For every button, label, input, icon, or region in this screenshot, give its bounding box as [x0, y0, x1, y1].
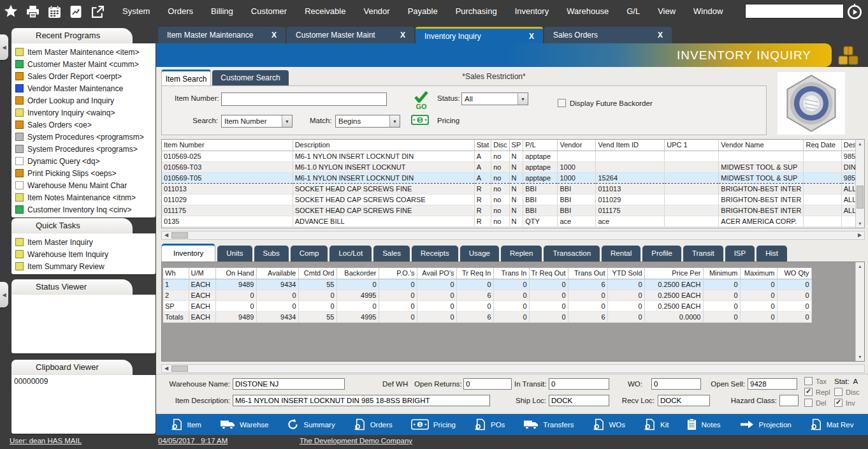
grid-cell[interactable]: N — [509, 151, 523, 161]
grid-row[interactable]: 010569-025M6-1 NYLON INSERT LOCKNUT DINA… — [162, 151, 864, 161]
column-header[interactable]: Disc — [491, 140, 509, 151]
grid-cell[interactable]: 0 — [607, 279, 644, 290]
scroll-up-icon[interactable]: ▲ — [856, 262, 864, 270]
grid-cell[interactable]: Totals — [163, 311, 189, 322]
grid-cell[interactable]: R — [474, 205, 491, 216]
grid-cell[interactable] — [804, 205, 841, 216]
close-icon[interactable]: X — [400, 31, 405, 40]
sidebar-item[interactable]: Item Master Inquiry — [13, 236, 156, 248]
scroll-down-icon[interactable]: ▼ — [856, 353, 864, 361]
grid-cell[interactable]: SOCKET HEAD CAP SCREWS COARSE — [293, 194, 474, 205]
grid-cell[interactable]: BRIGHTON-BEST INTER — [719, 205, 804, 216]
column-header[interactable]: Available — [256, 268, 298, 279]
grid-cell[interactable]: apptape — [523, 161, 558, 172]
grid-cell[interactable]: 0 — [379, 290, 417, 300]
grid-cell[interactable] — [596, 161, 665, 172]
sidebar-collapse-button-2[interactable]: ◀ — [0, 282, 8, 307]
grid-cell[interactable]: 15264 — [596, 172, 665, 183]
grid-cell[interactable] — [665, 161, 719, 172]
grid-cell[interactable]: BBI — [558, 194, 596, 205]
grid-cell[interactable]: N — [509, 205, 523, 216]
del-checkbox[interactable] — [804, 399, 813, 407]
column-header[interactable]: WO Qty — [777, 268, 811, 279]
sidebar-item[interactable]: Order Lookup and Inquiry — [13, 94, 156, 107]
in-transit-input[interactable] — [549, 378, 609, 390]
grid-cell[interactable]: R — [474, 194, 491, 205]
grid-cell[interactable]: 1 — [163, 279, 189, 290]
grid-cell[interactable]: 0 — [298, 300, 336, 311]
sidebar-item[interactable]: Item Master Maintenance <item> — [13, 46, 156, 58]
grid-cell[interactable] — [804, 216, 841, 226]
grid-cell[interactable]: 0 — [777, 300, 811, 311]
grid-cell[interactable]: 6 — [456, 311, 493, 322]
grid-cell[interactable]: 0135 — [162, 216, 293, 226]
grid-cell[interactable]: apptape — [523, 151, 558, 161]
scrollbar-thumb[interactable] — [857, 186, 864, 209]
display-future-backorder-checkbox[interactable] — [558, 99, 566, 107]
grid-cell[interactable]: 0 — [417, 311, 456, 322]
sidebar-item[interactable]: Sales Order Report <oerpt> — [13, 70, 156, 82]
grid-cell[interactable]: M6-1.0 NYLON INSERT LOCKNUT — [293, 161, 474, 172]
grid-cell[interactable] — [558, 151, 596, 161]
item-description-input[interactable] — [233, 395, 490, 406]
grid-cell[interactable]: 0.2500 EACH — [644, 279, 703, 290]
grid-cell[interactable]: 0 — [607, 311, 644, 322]
kit-button[interactable]: Kit — [644, 418, 669, 431]
sidebar-item[interactable]: Customer Master Maint <cumm> — [13, 58, 156, 70]
scroll-down-icon[interactable]: ▼ — [856, 219, 864, 228]
menu-customer[interactable]: Customer — [242, 0, 296, 23]
grid-cell[interactable]: 0.0000 — [644, 311, 703, 322]
grid-cell[interactable]: no — [491, 161, 509, 172]
warehse-button[interactable]: Warehse — [220, 419, 269, 430]
grid-cell[interactable]: 0 — [417, 279, 456, 290]
go-button[interactable]: GO — [412, 91, 431, 110]
grid-cell[interactable]: EACH — [189, 290, 215, 300]
grid-cell[interactable]: no — [491, 183, 509, 194]
grid-cell[interactable]: 0 — [777, 279, 811, 290]
menu-vendor[interactable]: Vendor — [354, 0, 398, 23]
sidebar-item[interactable]: Item Summary Review — [13, 260, 156, 272]
grid-cell[interactable]: 0 — [379, 279, 417, 290]
grid-cell[interactable] — [665, 216, 719, 226]
grid-cell[interactable]: 0.2500 EACH — [644, 290, 703, 300]
search-by-dropdown[interactable]: Item Number▼ — [221, 115, 293, 128]
sidebar-item[interactable]: Customer Inventory Inq <cinv> — [13, 203, 156, 216]
disc-checkbox[interactable] — [834, 388, 843, 396]
grid-cell[interactable]: 0 — [493, 311, 529, 322]
grid-cell[interactable]: 0.2500 EACH — [644, 300, 703, 311]
grid-cell[interactable]: 0 — [456, 300, 493, 311]
grid-cell[interactable]: SOCKET HEAD CAP SCREWS FINE — [293, 183, 474, 194]
grid-cell[interactable] — [804, 183, 841, 194]
tab-isp[interactable]: ISP — [725, 246, 755, 261]
vertical-scrollbar[interactable]: ▲ ▼ — [855, 140, 864, 228]
column-header[interactable]: Trans In — [493, 268, 529, 279]
scroll-right-icon[interactable]: ▶ — [855, 232, 864, 239]
menu-view[interactable]: View — [649, 0, 684, 23]
menu-payable[interactable]: Payable — [399, 0, 447, 23]
grid-row[interactable]: TotalsEACH9489943455499500600600.0000000 — [163, 311, 811, 322]
menu-window[interactable]: Window — [684, 0, 732, 23]
column-header[interactable]: Tr Req In — [456, 268, 493, 279]
grid-cell[interactable]: no — [491, 172, 509, 183]
menu-system[interactable]: System — [113, 0, 159, 23]
close-icon[interactable]: X — [529, 32, 534, 41]
tab-units[interactable]: Units — [217, 246, 252, 261]
summary-button[interactable]: Summary — [287, 418, 335, 431]
tab-loclot[interactable]: Loc/Lot — [329, 246, 372, 261]
column-header[interactable]: Minimum — [703, 268, 740, 279]
grid-cell[interactable]: 0 — [417, 290, 456, 300]
grid-cell[interactable]: 6 — [568, 311, 607, 322]
hazard-class-input[interactable] — [779, 395, 799, 406]
grid-cell[interactable]: A — [474, 151, 491, 161]
grid-cell[interactable] — [665, 151, 719, 161]
grid-row[interactable]: 010569-T05M6-1 NYLON INSERT LOCKNUT DINA… — [162, 172, 864, 183]
column-header[interactable]: Maximum — [740, 268, 777, 279]
grid-cell[interactable] — [596, 151, 665, 161]
grid-cell[interactable]: 0 — [607, 300, 644, 311]
grid-cell[interactable] — [665, 205, 719, 216]
column-header[interactable]: P.O.'s — [379, 268, 417, 279]
recv-loc-input[interactable] — [658, 395, 710, 406]
open-sell-input[interactable] — [748, 378, 797, 390]
grid-cell[interactable]: EACH — [189, 300, 215, 311]
column-header[interactable]: Price Per — [644, 268, 703, 279]
